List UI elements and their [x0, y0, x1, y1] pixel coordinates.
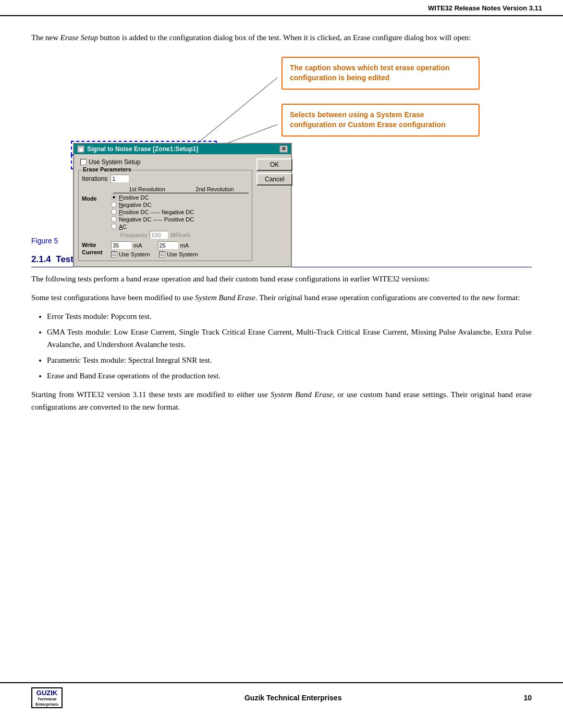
dialog-close-button[interactable]: ✕ [279, 145, 288, 153]
use-system-checkbox-1[interactable]: ☑ [111, 251, 117, 257]
mode-positive-dc-label: Positive DC [119, 194, 149, 201]
use-system-setup-label: Use System Setup [89, 158, 140, 166]
rev2-header: 2nd Revolution [181, 186, 249, 193]
callout-1-text: The caption shows which test erase opera… [290, 64, 450, 82]
body-para-2-after: . Their original band erase operation co… [255, 293, 520, 302]
figure-number: Figure 5 [31, 237, 58, 245]
svg-line-0 [193, 78, 277, 147]
write-cols: mA mA ☑ [111, 241, 198, 257]
mode-radio-list: Positive DC Negative DC Positive DC ----… [111, 194, 194, 239]
mode-ac-label: AC [119, 224, 127, 230]
mode-neg-pos-dc: Negative DC ----- Positive DC [111, 216, 194, 223]
write-unit-2: mA [180, 242, 189, 249]
dialog-titlebar: ▣ Signal to Noise Erase [Zone1:Setup1] ✕ [74, 144, 291, 154]
mode-positive-dc: Positive DC [111, 194, 194, 201]
radio-neg-pos-dc[interactable] [111, 216, 117, 222]
radio-ac[interactable] [111, 224, 117, 229]
iterations-row: Iterations [82, 175, 249, 183]
dialog-main: Use System Setup Erase Parameters Iterat… [78, 157, 252, 263]
body-para-2-italic: System Band Erase [195, 293, 255, 302]
use-system-label-1: Use System [119, 251, 150, 257]
use-system-checkbox-2[interactable]: ☑ [159, 251, 165, 257]
use-system-label-2: Use System [167, 251, 198, 257]
iterations-input[interactable] [111, 175, 129, 183]
write-current-label: WriteCurrent [82, 241, 109, 256]
dialog-icon: ▣ [77, 145, 84, 153]
page-content: The new Erase Setup button is added to t… [0, 16, 563, 435]
logo-text: GUZIK [36, 689, 57, 697]
write-current-input-2[interactable] [158, 241, 179, 250]
footer-company: Guzik Technical Enterprises [244, 694, 341, 702]
bullet-item-4: Erase and Band Erase operations of the p… [47, 369, 532, 382]
write-input-2: mA [158, 241, 189, 250]
page-header: WITE32 Release Notes Version 3.11 [0, 0, 563, 16]
dialog-wrapper: ▣ Signal to Noise Erase [Zone1:Setup1] ✕… [73, 143, 292, 267]
mode-section: Mode Positive DC Negative DC [82, 194, 249, 239]
mode-ac: AC [111, 224, 194, 230]
body-para-2: Some test configurations have been modif… [31, 291, 532, 304]
mode-pos-neg-dc: Positive DC ----- Negative DC [111, 209, 194, 215]
callout-2-text: Selects between using a System Erase con… [290, 110, 446, 129]
dialog-box: ▣ Signal to Noise Erase [Zone1:Setup1] ✕… [73, 143, 292, 267]
rev1-header: 1st Revolution [113, 186, 181, 193]
logo-subtext: TechnicalEnterprises [35, 697, 58, 707]
bullet-list: Error Tests module: Popcorn test. GMA Te… [47, 310, 532, 382]
freq-input[interactable] [150, 231, 168, 239]
footer-logo: GUZIK TechnicalEnterprises [31, 687, 63, 708]
body-para-3-italic: System Band Erase [271, 390, 333, 399]
bullet-item-1: Error Tests module: Popcorn test. [47, 310, 532, 323]
mode-pos-neg-dc-label: Positive DC ----- Negative DC [119, 209, 194, 215]
mode-neg-pos-dc-label: Negative DC ----- Positive DC [119, 216, 194, 223]
freq-label: Frequency [120, 232, 148, 238]
dialog-title: Signal to Noise Erase [Zone1:Setup1] [87, 145, 198, 153]
use-system-setup-checkbox[interactable] [80, 159, 87, 165]
freq-unit: MFlux/s [170, 232, 191, 238]
body-para-1: The following tests perform a band erase… [31, 273, 532, 285]
dialog-buttons: OK Cancel [256, 157, 292, 263]
body-para-3-before: Starting from WITE32 version 3.11 these … [31, 390, 271, 399]
dialog-titlebar-left: ▣ Signal to Noise Erase [Zone1:Setup1] [77, 145, 198, 153]
group-title: Erase Parameters [82, 166, 132, 172]
use-system-cb-1: ☑ Use System [111, 251, 150, 257]
radio-negative-dc[interactable] [111, 202, 117, 207]
cancel-button[interactable]: Cancel [256, 173, 292, 186]
body-para-3: Starting from WITE32 version 3.11 these … [31, 388, 532, 413]
ok-button[interactable]: OK [256, 158, 292, 171]
page-footer: GUZIK TechnicalEnterprises Guzik Technic… [0, 682, 563, 712]
callout-box-2: Selects between using a System Erase con… [282, 104, 480, 137]
bullet-item-3: Parametric Tests module: Spectral Integr… [47, 354, 532, 366]
write-current-section: WriteCurrent mA [82, 241, 249, 257]
write-input-1: mA [111, 241, 142, 250]
annotation-area: The caption shows which test erase opera… [31, 54, 532, 231]
revolution-headers: 1st Revolution 2nd Revolution [113, 186, 249, 193]
dialog-body: Use System Setup Erase Parameters Iterat… [74, 154, 291, 266]
write-inputs-row: mA mA [111, 241, 198, 250]
bullet-item-2: GMA Tests module: Low Erase Current, Sin… [47, 326, 532, 351]
write-unit-1: mA [133, 242, 142, 249]
callout-box-1: The caption shows which test erase opera… [282, 57, 480, 90]
footer-page-number: 10 [523, 694, 532, 702]
write-current-input-1[interactable] [111, 241, 132, 250]
intro-paragraph: The new Erase Setup button is added to t… [31, 32, 532, 44]
use-system-cb-2: ☑ Use System [159, 251, 198, 257]
body-para-2-before: Some test configurations have been modif… [31, 293, 195, 302]
section-number: 2.1.4 [31, 254, 51, 264]
radio-positive-dc[interactable] [111, 194, 117, 200]
use-system-setup-row: Use System Setup [78, 157, 252, 167]
intro-italic: Erase Setup [60, 33, 98, 42]
iterations-label: Iterations [82, 175, 107, 182]
mode-negative-dc: Negative DC [111, 202, 194, 208]
header-title: WITE32 Release Notes Version 3.11 [428, 4, 542, 12]
radio-pos-neg-dc[interactable] [111, 209, 117, 215]
use-system-checkboxes: ☑ Use System ☑ Use System [111, 251, 198, 257]
mode-negative-dc-label: Negative DC [119, 202, 151, 208]
erase-parameters-group: Erase Parameters Iterations 1st Revoluti… [78, 170, 252, 261]
mode-label: Mode [82, 194, 109, 202]
frequency-row: Frequency MFlux/s [120, 231, 194, 239]
